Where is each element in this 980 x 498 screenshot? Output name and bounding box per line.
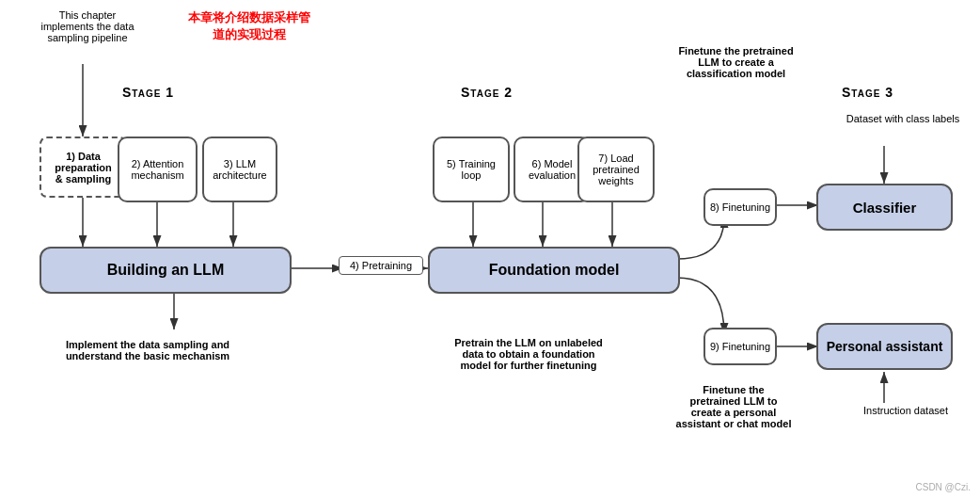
building-llm-box: Building an LLM [40,247,292,294]
stage2-label: Stage 2 [461,85,513,100]
classifier-box: Classifier [816,184,953,231]
data-prep-box: 1) Datapreparation& sampling [40,137,127,198]
finetuning9-box: 9) Finetuning [703,328,777,365]
llm-arch-box: 3) LLMarchitecture [202,137,277,202]
personal-assistant-box: Personal assistant [816,323,953,370]
chapter-note-label: This chapterimplements the datasampling … [26,9,149,43]
stage3-label: Stage 3 [842,85,893,100]
pretraining-label: 4) Pretraining [339,256,423,275]
chapter-note-cn-label: 本章将介绍数据采样管道的实现过程 [183,9,315,43]
attention-box: 2) Attentionmechanism [118,137,198,202]
load-weights-box: 7) Loadpretrainedweights [577,137,655,202]
pretrain-note-label: Pretrain the LLM on unlabeleddata to obt… [406,337,651,371]
finetuning8-box: 8) Finetuning [703,188,777,226]
training-loop-box: 5) Trainingloop [433,137,510,202]
finetune-personal-note-label: Finetune thepretrained LLM tocreate a pe… [658,384,809,429]
foundation-model-box: Foundation model [428,247,680,294]
diagram: This chapterimplements the datasampling … [0,0,980,498]
finetune-classifier-note-label: Finetune the pretrainedLLM to create acl… [649,45,823,79]
stage1-label: Stage 1 [122,85,174,100]
dataset-labels-label: Dataset with class labels [828,113,978,124]
watermark: CSDN @Czi. [916,482,972,492]
instruction-dataset-label: Instruction dataset [835,405,976,416]
implement-note-label: Implement the data sampling andunderstan… [21,339,275,361]
